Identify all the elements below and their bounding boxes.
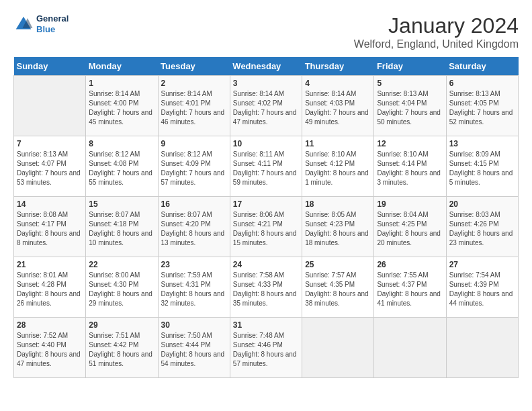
sunrise-text: Sunrise: 8:10 AM [305, 150, 371, 159]
logo-text: General Blue [36, 13, 69, 34]
sunset-text: Sunset: 4:07 PM [17, 159, 83, 169]
calendar-cell: 31 Sunrise: 7:48 AM Sunset: 4:46 PM Dayl… [230, 318, 302, 378]
sunset-text: Sunset: 4:02 PM [233, 99, 299, 108]
daylight-text: Daylight: 8 hours and 3 minutes. [377, 169, 443, 187]
day-number: 31 [233, 320, 299, 330]
day-info: Sunrise: 8:13 AM Sunset: 4:05 PM Dayligh… [449, 89, 515, 127]
header-tuesday: Tuesday [158, 57, 230, 76]
day-number: 25 [305, 260, 371, 269]
calendar-cell: 18 Sunrise: 8:05 AM Sunset: 4:23 PM Dayl… [302, 197, 374, 257]
day-number: 8 [89, 139, 154, 148]
day-info: Sunrise: 7:48 AM Sunset: 4:46 PM Dayligh… [233, 331, 299, 369]
day-info: Sunrise: 8:13 AM Sunset: 4:04 PM Dayligh… [377, 89, 443, 127]
page-title: January 2024 [354, 13, 519, 38]
page-subtitle: Welford, England, United Kingdom [354, 38, 519, 50]
daylight-text: Daylight: 7 hours and 57 minutes. [161, 169, 227, 187]
calendar-cell: 21 Sunrise: 8:01 AM Sunset: 4:28 PM Dayl… [14, 257, 86, 318]
sunrise-text: Sunrise: 8:07 AM [161, 210, 227, 220]
day-info: Sunrise: 8:14 AM Sunset: 4:01 PM Dayligh… [161, 89, 227, 127]
sunset-text: Sunset: 4:09 PM [161, 159, 227, 169]
daylight-text: Daylight: 8 hours and 5 minutes. [449, 169, 515, 187]
calendar-cell: 7 Sunrise: 8:13 AM Sunset: 4:07 PM Dayli… [14, 136, 86, 197]
daylight-text: Daylight: 7 hours and 46 minutes. [161, 108, 227, 127]
calendar-cell: 23 Sunrise: 7:59 AM Sunset: 4:31 PM Dayl… [158, 257, 230, 318]
sunset-text: Sunset: 4:05 PM [449, 99, 515, 108]
calendar-cell: 13 Sunrise: 8:09 AM Sunset: 4:15 PM Dayl… [446, 136, 518, 197]
daylight-text: Daylight: 8 hours and 8 minutes. [17, 229, 83, 248]
day-info: Sunrise: 7:54 AM Sunset: 4:39 PM Dayligh… [449, 271, 515, 308]
day-number: 9 [161, 139, 227, 148]
day-number: 29 [89, 320, 154, 330]
sunrise-text: Sunrise: 8:14 AM [305, 89, 371, 99]
day-number: 10 [233, 139, 299, 148]
sunrise-text: Sunrise: 8:08 AM [17, 210, 83, 220]
daylight-text: Daylight: 8 hours and 47 minutes. [17, 350, 83, 369]
day-number: 5 [377, 79, 443, 88]
calendar-cell [302, 318, 374, 378]
title-area: January 2024 Welford, England, United Ki… [354, 13, 519, 50]
day-info: Sunrise: 7:55 AM Sunset: 4:37 PM Dayligh… [377, 271, 443, 308]
sunrise-text: Sunrise: 7:59 AM [161, 271, 227, 280]
sunrise-text: Sunrise: 8:13 AM [17, 150, 83, 159]
calendar-cell: 25 Sunrise: 7:57 AM Sunset: 4:35 PM Dayl… [302, 257, 374, 318]
sunrise-text: Sunrise: 8:07 AM [89, 210, 154, 220]
sunset-text: Sunset: 4:15 PM [449, 159, 515, 169]
sunrise-text: Sunrise: 8:11 AM [233, 150, 299, 159]
sunset-text: Sunset: 4:46 PM [233, 340, 299, 350]
day-info: Sunrise: 8:14 AM Sunset: 4:00 PM Dayligh… [89, 89, 154, 127]
calendar-cell: 5 Sunrise: 8:13 AM Sunset: 4:04 PM Dayli… [374, 76, 446, 136]
daylight-text: Daylight: 8 hours and 18 minutes. [305, 229, 371, 248]
daylight-text: Daylight: 8 hours and 32 minutes. [161, 289, 227, 308]
page-header: General Blue January 2024 Welford, Engla… [13, 13, 519, 50]
day-number: 24 [233, 260, 299, 269]
sunset-text: Sunset: 4:20 PM [161, 220, 227, 229]
daylight-text: Daylight: 8 hours and 13 minutes. [161, 229, 227, 248]
sunrise-text: Sunrise: 8:00 AM [89, 271, 154, 280]
daylight-text: Daylight: 7 hours and 47 minutes. [233, 108, 299, 127]
header-saturday: Saturday [446, 57, 518, 76]
sunset-text: Sunset: 4:23 PM [305, 220, 371, 229]
day-number: 1 [89, 79, 154, 88]
sunrise-text: Sunrise: 8:14 AM [89, 89, 154, 99]
daylight-text: Daylight: 7 hours and 52 minutes. [449, 108, 515, 127]
calendar-cell: 4 Sunrise: 8:14 AM Sunset: 4:03 PM Dayli… [302, 76, 374, 136]
calendar-cell: 29 Sunrise: 7:51 AM Sunset: 4:42 PM Dayl… [86, 318, 158, 378]
sunset-text: Sunset: 4:31 PM [161, 280, 227, 289]
sunrise-text: Sunrise: 8:10 AM [377, 150, 443, 159]
sunset-text: Sunset: 4:11 PM [233, 159, 299, 169]
day-number: 20 [449, 199, 515, 209]
sunset-text: Sunset: 4:37 PM [377, 280, 443, 289]
day-info: Sunrise: 7:59 AM Sunset: 4:31 PM Dayligh… [161, 271, 227, 308]
day-info: Sunrise: 8:11 AM Sunset: 4:11 PM Dayligh… [233, 150, 299, 187]
day-info: Sunrise: 8:10 AM Sunset: 4:14 PM Dayligh… [377, 150, 443, 187]
daylight-text: Daylight: 8 hours and 15 minutes. [233, 229, 299, 248]
day-number: 17 [233, 199, 299, 209]
sunrise-text: Sunrise: 8:14 AM [233, 89, 299, 99]
calendar-cell: 28 Sunrise: 7:52 AM Sunset: 4:40 PM Dayl… [14, 318, 86, 378]
calendar-cell: 24 Sunrise: 7:58 AM Sunset: 4:33 PM Dayl… [230, 257, 302, 318]
daylight-text: Daylight: 7 hours and 45 minutes. [89, 108, 154, 127]
daylight-text: Daylight: 7 hours and 50 minutes. [377, 108, 443, 127]
sunrise-text: Sunrise: 7:58 AM [233, 271, 299, 280]
calendar-week-row: 1 Sunrise: 8:14 AM Sunset: 4:00 PM Dayli… [14, 76, 519, 136]
sunset-text: Sunset: 4:42 PM [89, 340, 154, 350]
calendar-cell: 16 Sunrise: 8:07 AM Sunset: 4:20 PM Dayl… [158, 197, 230, 257]
sunset-text: Sunset: 4:35 PM [305, 280, 371, 289]
day-info: Sunrise: 8:07 AM Sunset: 4:20 PM Dayligh… [161, 210, 227, 248]
sunset-text: Sunset: 4:26 PM [449, 220, 515, 229]
calendar-week-row: 14 Sunrise: 8:08 AM Sunset: 4:17 PM Dayl… [14, 197, 519, 257]
calendar-cell: 15 Sunrise: 8:07 AM Sunset: 4:18 PM Dayl… [86, 197, 158, 257]
sunrise-text: Sunrise: 8:05 AM [305, 210, 371, 220]
day-info: Sunrise: 8:00 AM Sunset: 4:30 PM Dayligh… [89, 271, 154, 308]
sunrise-text: Sunrise: 8:01 AM [17, 271, 83, 280]
day-info: Sunrise: 8:08 AM Sunset: 4:17 PM Dayligh… [17, 210, 83, 248]
day-number: 7 [17, 139, 83, 148]
calendar-week-row: 21 Sunrise: 8:01 AM Sunset: 4:28 PM Dayl… [14, 257, 519, 318]
sunset-text: Sunset: 4:25 PM [377, 220, 443, 229]
sunrise-text: Sunrise: 7:51 AM [89, 331, 154, 340]
sunrise-text: Sunrise: 8:04 AM [377, 210, 443, 220]
daylight-text: Daylight: 8 hours and 1 minute. [305, 169, 371, 187]
sunset-text: Sunset: 4:01 PM [161, 99, 227, 108]
day-info: Sunrise: 8:04 AM Sunset: 4:25 PM Dayligh… [377, 210, 443, 248]
header-wednesday: Wednesday [230, 57, 302, 76]
